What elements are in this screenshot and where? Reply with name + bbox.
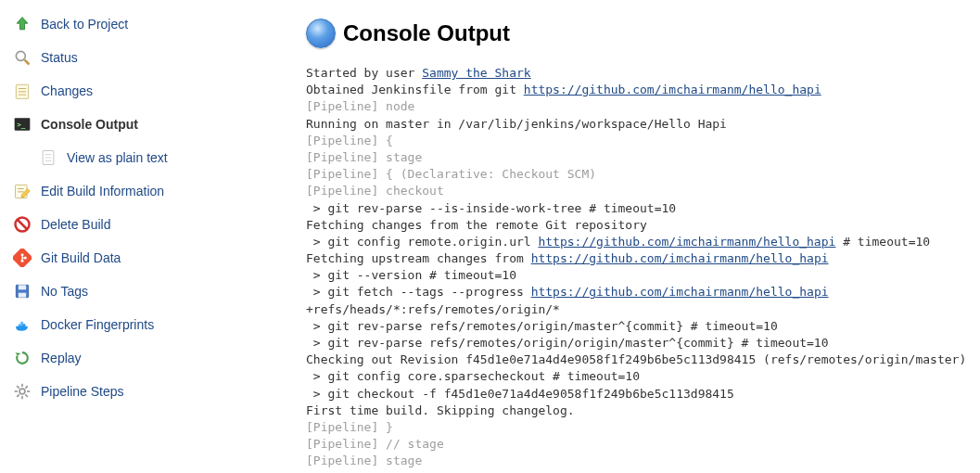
console-line: > git rev-parse refs/remotes/origin/orig…: [306, 336, 829, 350]
no-entry-icon: [11, 213, 33, 236]
notepad-icon: [11, 80, 33, 102]
docker-icon: [11, 313, 33, 336]
console-repo-link[interactable]: https://github.com/imchairmanm/hello_hap…: [531, 251, 829, 265]
sidebar-item-changes[interactable]: Changes: [7, 74, 287, 108]
sidebar-item-label: Pipeline Steps: [41, 384, 124, 399]
page-title: Console Output: [343, 20, 510, 46]
svg-line-34: [17, 394, 19, 397]
console-repo-link[interactable]: https://github.com/imchairmanm/hello_hap…: [538, 235, 835, 249]
sidebar-item-docker-fingerprints[interactable]: Docker Fingerprints: [7, 308, 287, 341]
main-content: Console Output Started by user Sammy the…: [287, 0, 980, 470]
replay-icon: [11, 347, 33, 369]
svg-line-32: [17, 386, 19, 389]
console-line: > git rev-parse refs/remotes/origin/mast…: [306, 319, 778, 333]
console-line: [Pipeline] }: [306, 420, 393, 434]
console-line: +refs/heads/*:refs/remotes/origin/*: [306, 302, 560, 316]
page-header: Console Output: [306, 19, 971, 48]
console-repo-link[interactable]: https://github.com/imchairmanm/hello_hap…: [524, 83, 821, 96]
console-line: Started by user Sammy the Shark: [306, 66, 531, 80]
svg-rect-24: [19, 324, 20, 326]
svg-text:>_: >_: [17, 121, 26, 129]
up-arrow-icon: [11, 13, 33, 35]
sidebar-item-label: Status: [41, 50, 78, 65]
console-output: Started by user Sammy the Shark Obtained…: [306, 65, 971, 470]
console-line: [Pipeline] stage: [306, 454, 422, 467]
console-line: Running on master in /var/lib/jenkins/wo…: [306, 117, 727, 131]
svg-line-35: [25, 386, 28, 389]
svg-rect-22: [19, 285, 26, 289]
sidebar-item-label: Changes: [41, 83, 93, 98]
console-line: [Pipeline] stage: [306, 150, 422, 164]
svg-rect-25: [20, 324, 22, 326]
sidebar-item-label: Delete Build: [41, 217, 111, 232]
svg-line-33: [25, 394, 28, 397]
sidebar-item-no-tags[interactable]: No Tags: [7, 275, 287, 308]
sidebar-item-console-output[interactable]: >_Console Output: [7, 108, 287, 141]
console-line: > git config core.sparsecheckout # timeo…: [306, 369, 640, 383]
sidebar-item-label: Edit Build Information: [41, 184, 164, 198]
sidebar-item-delete-build[interactable]: Delete Build: [7, 208, 287, 241]
sidebar-item-label: Back to Project: [41, 17, 128, 32]
sidebar-item-label: View as plain text: [67, 150, 168, 165]
console-line: Fetching upstream changes from https://g…: [306, 251, 829, 265]
git-icon: [11, 247, 33, 269]
console-line: Obtained Jenkinsfile from git https://gi…: [306, 83, 821, 96]
sidebar-item-pipeline-steps[interactable]: Pipeline Steps: [7, 375, 287, 408]
console-line: [Pipeline] node: [306, 99, 414, 113]
status-ball-icon: [306, 19, 336, 48]
console-line: Checking out Revision f45d1e0e71a4d4e905…: [306, 352, 966, 366]
console-line: First time build. Skipping changelog.: [306, 403, 575, 417]
console-line: > git checkout -f f45d1e0e71a4d4e9058f1f…: [306, 387, 734, 401]
console-line: Fetching changes from the remote Git rep…: [306, 218, 647, 232]
svg-rect-26: [20, 322, 22, 324]
sidebar-item-git-build-data[interactable]: Git Build Data: [7, 241, 287, 275]
sidebar-item-label: Console Output: [41, 117, 138, 132]
magnifier-icon: [11, 46, 33, 69]
sidebar-item-label: Git Build Data: [41, 250, 121, 265]
edit-notepad-icon: [11, 180, 33, 202]
console-line: > git --version # timeout=10: [306, 268, 516, 282]
console-line: > git fetch --tags --progress https://gi…: [306, 285, 829, 299]
sidebar-item-label: No Tags: [41, 284, 88, 299]
svg-point-0: [16, 51, 25, 60]
gear-icon: [11, 380, 33, 403]
console-line: > git config remote.origin.url https://g…: [306, 235, 930, 249]
console-line: [Pipeline] // stage: [306, 437, 444, 451]
console-line: [Pipeline] { (Declarative: Checkout SCM): [306, 167, 596, 181]
svg-point-27: [19, 389, 25, 394]
sidebar-item-label: Replay: [41, 351, 82, 365]
document-icon: [37, 147, 59, 169]
console-line: > git rev-parse --is-inside-work-tree # …: [306, 201, 676, 215]
sidebar-item-view-as-plain-text[interactable]: View as plain text: [7, 141, 287, 174]
svg-rect-23: [19, 293, 26, 298]
console-line: [Pipeline] {: [306, 134, 393, 147]
sidebar-item-status[interactable]: Status: [7, 41, 287, 74]
sidebar: Back to ProjectStatusChanges>_Console Ou…: [0, 0, 287, 470]
console-user-link[interactable]: Sammy the Shark: [422, 66, 530, 80]
console-line: [Pipeline] checkout: [306, 184, 444, 198]
svg-line-1: [25, 60, 30, 65]
sidebar-item-replay[interactable]: Replay: [7, 341, 287, 375]
sidebar-item-edit-build-information[interactable]: Edit Build Information: [7, 174, 287, 208]
terminal-icon: >_: [11, 113, 33, 135]
save-icon: [11, 280, 33, 302]
console-repo-link[interactable]: https://github.com/imchairmanm/hello_hap…: [531, 285, 829, 299]
sidebar-item-label: Docker Fingerprints: [41, 317, 154, 332]
sidebar-item-back-to-project[interactable]: Back to Project: [7, 7, 287, 41]
